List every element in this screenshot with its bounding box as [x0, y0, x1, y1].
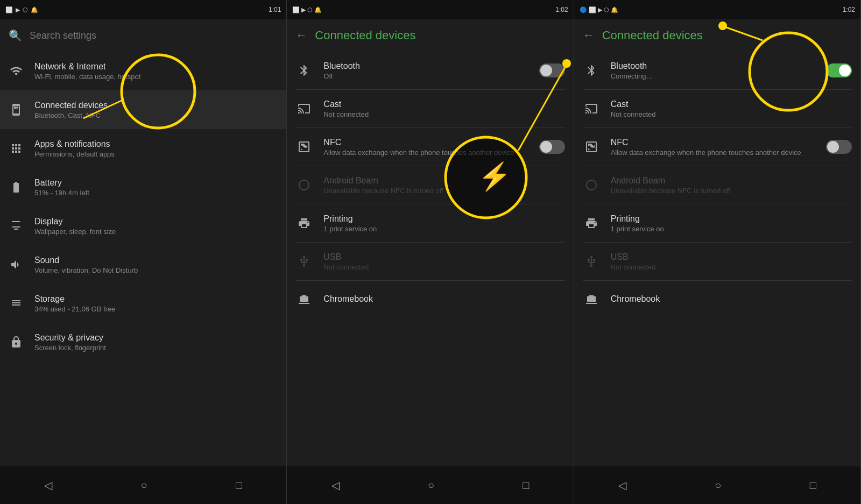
device-item-usb-2: USB Not connected: [287, 243, 573, 280]
connected-devices-subtitle: Bluetooth, Cast, NFC: [34, 111, 278, 119]
bluetooth-subtitle-3: Connecting…: [611, 72, 815, 80]
device-list-2: Bluetooth Off Cast Not connected: [287, 52, 573, 466]
back-button-3[interactable]: ◁: [608, 473, 637, 497]
security-subtitle: Screen lock, fingerprint: [34, 344, 278, 352]
status-icon-wr: ⬡: [23, 6, 28, 13]
nfc-subtitle-2: Allow data exchange when the phone touch…: [323, 148, 528, 157]
recent-button-3[interactable]: □: [799, 474, 827, 497]
settings-item-network[interactable]: Network & Internet Wi-Fi, mobile, data u…: [0, 52, 286, 90]
settings-item-display[interactable]: Display Wallpaper, sleep, font size: [0, 207, 286, 245]
device-item-nfc-2[interactable]: NFC Allow data exchange when the phone t…: [287, 128, 573, 166]
panel-connected-devices-1: ⬜ ▶ ⬡ 🔔 1:02 ← Connected devices Bluetoo…: [287, 0, 574, 504]
cast-icon-3: [583, 100, 600, 117]
settings-item-sound[interactable]: Sound Volume, vibration, Do Not Disturb: [0, 245, 286, 284]
nav-bar-1: ◁ ○ □: [0, 466, 286, 504]
nfc-title-3: NFC: [611, 138, 815, 147]
bluetooth-title-2: Bluetooth: [323, 61, 528, 71]
chromebook-title-3: Chromebook: [611, 294, 852, 304]
device-item-bluetooth-3[interactable]: Bluetooth Connecting…: [574, 52, 860, 89]
printing-icon-3: [583, 215, 600, 232]
bluetooth-toggle-3[interactable]: [826, 63, 852, 77]
connected-devices-icon: [9, 102, 24, 117]
usb-title-3: USB: [611, 252, 852, 262]
beam-title-3: Android Beam: [611, 176, 852, 186]
cast-icon-2: [295, 100, 313, 117]
device-item-chromebook-3[interactable]: Chromebook: [574, 281, 860, 318]
nfc-icon-3: [583, 138, 600, 155]
p3-status-left: 🔵 ⬜ ▶ ⬡ 🔔: [580, 6, 618, 13]
chromebook-icon-2: [295, 291, 313, 308]
display-title: Display: [34, 217, 278, 226]
status-icon-msg: ⬜: [5, 6, 13, 13]
device-item-beam-3: Android Beam Unavailable because NFC is …: [574, 166, 860, 204]
sound-subtitle: Volume, vibration, Do Not Disturb: [34, 266, 278, 274]
sound-title: Sound: [34, 255, 278, 265]
beam-subtitle-2: Unavailable because NFC is turned off: [323, 187, 564, 195]
search-bar[interactable]: 🔍 Search settings: [0, 19, 286, 52]
status-bar-3: 🔵 ⬜ ▶ ⬡ 🔔 1:02: [574, 0, 860, 19]
network-subtitle: Wi-Fi, mobile, data usage, hotspot: [34, 73, 278, 81]
nav-bar-2: ◁ ○ □: [287, 466, 573, 504]
beam-icon-3: [583, 176, 600, 194]
page-title-3: Connected devices: [602, 29, 703, 42]
nfc-title-2: NFC: [323, 138, 528, 147]
home-button-2[interactable]: ○: [417, 474, 445, 497]
bluetooth-subtitle-2: Off: [323, 72, 528, 80]
back-button-1[interactable]: ◁: [33, 473, 63, 497]
top-bar-2: ← Connected devices: [287, 19, 573, 52]
device-item-chromebook-2[interactable]: Chromebook: [287, 281, 573, 318]
nav-bar-3: ◁ ○ □: [574, 466, 860, 504]
recent-button-1[interactable]: □: [225, 474, 253, 497]
device-item-cast-2[interactable]: Cast Not connected: [287, 90, 573, 127]
bluetooth-icon-2: [295, 62, 313, 79]
search-placeholder: Search settings: [30, 30, 96, 41]
storage-subtitle: 34% used - 21.06 GB free: [34, 305, 278, 313]
device-item-printing-3[interactable]: Printing 1 print service on: [574, 204, 860, 242]
status-bar-2: ⬜ ▶ ⬡ 🔔 1:02: [287, 0, 573, 19]
display-subtitle: Wallpaper, sleep, font size: [34, 228, 278, 236]
status-time-2: 1:02: [555, 6, 568, 13]
beam-title-2: Android Beam: [323, 176, 564, 186]
nfc-toggle-2[interactable]: [539, 140, 565, 154]
status-time-1: 1:01: [269, 6, 281, 13]
settings-item-connected-devices[interactable]: Connected devices Bluetooth, Cast, NFC: [0, 90, 286, 129]
chromebook-title-2: Chromebook: [323, 294, 564, 304]
back-arrow-3[interactable]: ←: [583, 29, 595, 42]
svg-rect-1: [17, 107, 18, 109]
chromebook-icon-3: [583, 291, 600, 308]
cast-subtitle-3: Not connected: [611, 110, 852, 118]
battery-icon: [9, 180, 24, 195]
panel-connected-devices-2: 🔵 ⬜ ▶ ⬡ 🔔 1:02 ← Connected devices Bluet…: [574, 0, 861, 504]
svg-rect-0: [14, 107, 17, 109]
printing-title-2: Printing: [323, 214, 564, 224]
settings-list: Network & Internet Wi-Fi, mobile, data u…: [0, 52, 286, 466]
bluetooth-icon-3: [583, 62, 600, 79]
recent-button-2[interactable]: □: [512, 474, 540, 497]
sound-icon: [9, 257, 24, 272]
back-arrow-2[interactable]: ←: [295, 29, 307, 42]
settings-item-security[interactable]: Security & privacy Screen lock, fingerpr…: [0, 323, 286, 361]
top-bar-3: ← Connected devices: [574, 19, 860, 52]
home-button-3[interactable]: ○: [704, 474, 732, 497]
device-item-nfc-3[interactable]: NFC Allow data exchange when the phone t…: [574, 128, 860, 166]
apps-icon: [9, 141, 24, 156]
network-title: Network & Internet: [34, 62, 278, 72]
bluetooth-toggle-2[interactable]: [539, 63, 565, 77]
page-title-2: Connected devices: [315, 29, 415, 42]
settings-item-storage[interactable]: Storage 34% used - 21.06 GB free: [0, 284, 286, 323]
printing-icon-2: [295, 215, 313, 232]
device-item-beam-2: Android Beam Unavailable because NFC is …: [287, 166, 573, 204]
apps-title: Apps & notifications: [34, 139, 278, 149]
panel-settings: ⬜ ▶ ⬡ 🔔 1:01 🔍 Search settings Network &…: [0, 0, 287, 504]
back-button-2[interactable]: ◁: [321, 473, 350, 497]
device-item-printing-2[interactable]: Printing 1 print service on: [287, 204, 573, 242]
settings-item-battery[interactable]: Battery 51% - 19h 4m left: [0, 168, 286, 207]
device-item-bluetooth-2[interactable]: Bluetooth Off: [287, 52, 573, 89]
home-button-1[interactable]: ○: [130, 474, 158, 497]
settings-item-apps[interactable]: Apps & notifications Permissions, defaul…: [0, 129, 286, 168]
display-icon: [9, 218, 24, 233]
nfc-toggle-3[interactable]: [826, 140, 852, 154]
device-item-cast-3[interactable]: Cast Not connected: [574, 90, 860, 127]
status-icon-bell: 🔔: [31, 6, 38, 13]
security-title: Security & privacy: [34, 333, 278, 343]
